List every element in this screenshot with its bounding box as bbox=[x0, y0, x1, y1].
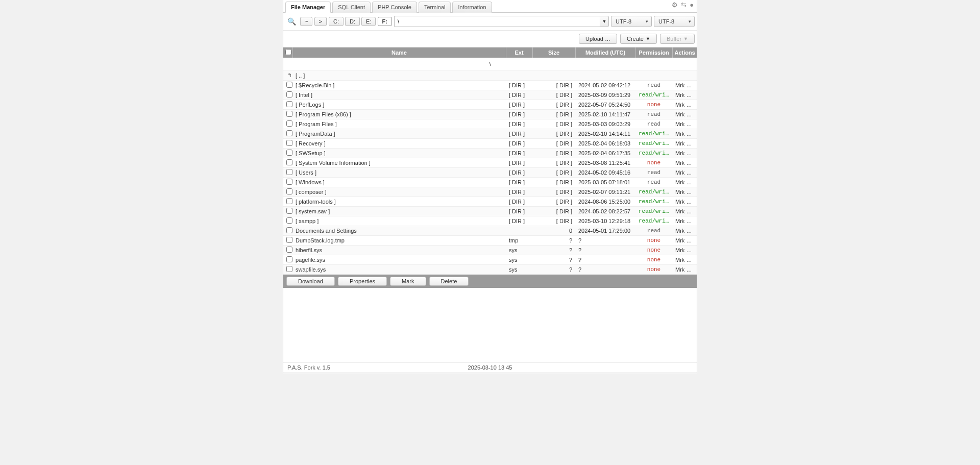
row-name[interactable]: [ $Recycle.Bin ] bbox=[292, 81, 506, 90]
path-input[interactable] bbox=[394, 16, 600, 27]
row-mark-link[interactable]: Mrk bbox=[675, 150, 684, 156]
row-checkbox[interactable] bbox=[286, 237, 292, 243]
row-name[interactable]: [ Program Files ] bbox=[292, 119, 506, 129]
buffer-button[interactable]: Buffer ▼ bbox=[660, 34, 695, 44]
swap-icon[interactable]: ⇆ bbox=[681, 2, 687, 8]
row-checkbox[interactable] bbox=[286, 227, 292, 233]
row-name[interactable]: [ Program Files (x86) ] bbox=[292, 110, 506, 119]
row-mark-link[interactable]: Mrk bbox=[675, 247, 684, 253]
row-checkbox[interactable] bbox=[286, 82, 292, 88]
tab-php-console[interactable]: PHP Console bbox=[372, 2, 417, 13]
row-checkbox[interactable] bbox=[286, 150, 292, 156]
row-name[interactable]: [ Users ] bbox=[292, 168, 506, 178]
drive-button-f[interactable]: F: bbox=[378, 17, 392, 26]
tab-terminal[interactable]: Terminal bbox=[419, 2, 451, 13]
row-name[interactable]: DumpStack.log.tmp bbox=[292, 236, 506, 246]
row-mark-link[interactable]: Mrk bbox=[675, 179, 684, 185]
col-permission[interactable]: Permission bbox=[635, 47, 672, 58]
col-size[interactable]: Size bbox=[532, 47, 575, 58]
row-checkbox[interactable] bbox=[286, 247, 292, 253]
delete-button[interactable]: Delete bbox=[429, 277, 469, 286]
row-del-link[interactable]: Del bbox=[686, 237, 695, 243]
row-name[interactable]: [ PerfLogs ] bbox=[292, 100, 506, 110]
row-name[interactable]: hiberfil.sys bbox=[292, 246, 506, 255]
row-mark-link[interactable]: Mrk bbox=[675, 140, 684, 146]
row-name[interactable]: pagefile.sys bbox=[292, 255, 506, 265]
row-mark-link[interactable]: Mrk bbox=[675, 82, 684, 88]
parent-dir-row[interactable]: ↰ [ .. ] bbox=[283, 70, 697, 81]
forward-button[interactable]: > bbox=[314, 17, 327, 26]
upload-button[interactable]: Upload … bbox=[579, 34, 617, 44]
row-checkbox[interactable] bbox=[286, 188, 292, 194]
path-history-dropdown[interactable]: ▼ bbox=[600, 16, 609, 27]
row-del-link[interactable]: Del bbox=[686, 218, 695, 224]
row-name[interactable]: [ xampp ] bbox=[292, 216, 506, 226]
row-mark-link[interactable]: Mrk bbox=[675, 218, 684, 224]
row-del-link[interactable]: Del bbox=[686, 247, 695, 253]
tab-sql-client[interactable]: SQL Client bbox=[332, 2, 371, 13]
row-del-link[interactable]: Del bbox=[686, 257, 695, 263]
row-mark-link[interactable]: Mrk bbox=[675, 237, 684, 243]
row-checkbox[interactable] bbox=[286, 217, 292, 224]
gear-icon[interactable]: ⚙ bbox=[672, 2, 678, 8]
row-del-link[interactable]: Del bbox=[686, 82, 695, 88]
row-mark-link[interactable]: Mrk bbox=[675, 102, 684, 108]
row-mark-link[interactable]: Mrk bbox=[675, 199, 684, 205]
search-icon[interactable]: 🔍 bbox=[285, 17, 298, 26]
row-del-link[interactable]: Del bbox=[686, 150, 695, 156]
row-checkbox[interactable] bbox=[286, 101, 292, 107]
row-name[interactable]: [ Recovery ] bbox=[292, 139, 506, 149]
row-checkbox[interactable] bbox=[286, 198, 292, 204]
row-checkbox[interactable] bbox=[286, 111, 292, 117]
row-mark-link[interactable]: Mrk bbox=[675, 92, 684, 98]
drive-button-d[interactable]: D: bbox=[345, 17, 360, 26]
row-mark-link[interactable]: Mrk bbox=[675, 169, 684, 176]
row-name[interactable]: [ ProgramData ] bbox=[292, 129, 506, 139]
col-modified[interactable]: Modified (UTC) bbox=[575, 47, 635, 58]
row-mark-link[interactable]: Mrk bbox=[675, 257, 684, 263]
row-checkbox[interactable] bbox=[286, 140, 292, 146]
row-checkbox[interactable] bbox=[286, 130, 292, 136]
row-del-link[interactable]: Del bbox=[686, 131, 695, 137]
row-del-link[interactable]: Del bbox=[686, 199, 695, 205]
select-all-checkbox[interactable] bbox=[285, 49, 291, 55]
home-button[interactable]: ~ bbox=[300, 17, 312, 26]
row-mark-link[interactable]: Mrk bbox=[675, 111, 684, 117]
row-name[interactable]: [ Intel ] bbox=[292, 90, 506, 100]
row-del-link[interactable]: Del bbox=[686, 111, 695, 117]
row-checkbox[interactable] bbox=[286, 256, 292, 262]
row-del-link[interactable]: Del bbox=[686, 92, 695, 98]
parent-dir-label[interactable]: [ .. ] bbox=[292, 70, 697, 81]
drive-button-c[interactable]: C: bbox=[329, 17, 344, 26]
row-name[interactable]: Documents and Settings bbox=[292, 226, 506, 236]
row-mark-link[interactable]: Mrk bbox=[675, 266, 684, 273]
download-button[interactable]: Download bbox=[286, 277, 335, 286]
tab-information[interactable]: Information bbox=[452, 2, 492, 13]
row-name[interactable]: swapfile.sys bbox=[292, 265, 506, 275]
row-del-link[interactable]: Del bbox=[686, 102, 695, 108]
row-del-link[interactable]: Del bbox=[686, 266, 695, 273]
row-del-link[interactable]: Del bbox=[686, 208, 695, 214]
row-name[interactable]: [ System Volume Information ] bbox=[292, 158, 506, 168]
row-checkbox[interactable] bbox=[286, 169, 292, 175]
row-checkbox[interactable] bbox=[286, 159, 292, 165]
tab-file-manager[interactable]: File Manager bbox=[285, 2, 331, 13]
row-name[interactable]: [ SWSetup ] bbox=[292, 149, 506, 158]
col-ext[interactable]: Ext bbox=[506, 47, 532, 58]
create-button[interactable]: Create ▼ bbox=[620, 34, 657, 44]
row-del-link[interactable]: Del bbox=[686, 189, 695, 195]
row-del-link[interactable]: Del bbox=[686, 169, 695, 176]
row-checkbox[interactable] bbox=[286, 208, 292, 214]
encoding-select-left[interactable]: UTF-8 bbox=[611, 16, 652, 27]
mark-button[interactable]: Mark bbox=[390, 277, 426, 286]
row-del-link[interactable]: Del bbox=[686, 228, 695, 234]
col-name[interactable]: Name bbox=[292, 47, 506, 58]
row-mark-link[interactable]: Mrk bbox=[675, 131, 684, 137]
row-mark-link[interactable]: Mrk bbox=[675, 208, 684, 214]
row-mark-link[interactable]: Mrk bbox=[675, 160, 684, 166]
row-del-link[interactable]: Del bbox=[686, 140, 695, 146]
row-checkbox[interactable] bbox=[286, 179, 292, 185]
encoding-select-right[interactable]: UTF-8 bbox=[654, 16, 695, 27]
row-del-link[interactable]: Del bbox=[686, 160, 695, 166]
row-name[interactable]: [ platform-tools ] bbox=[292, 197, 506, 207]
